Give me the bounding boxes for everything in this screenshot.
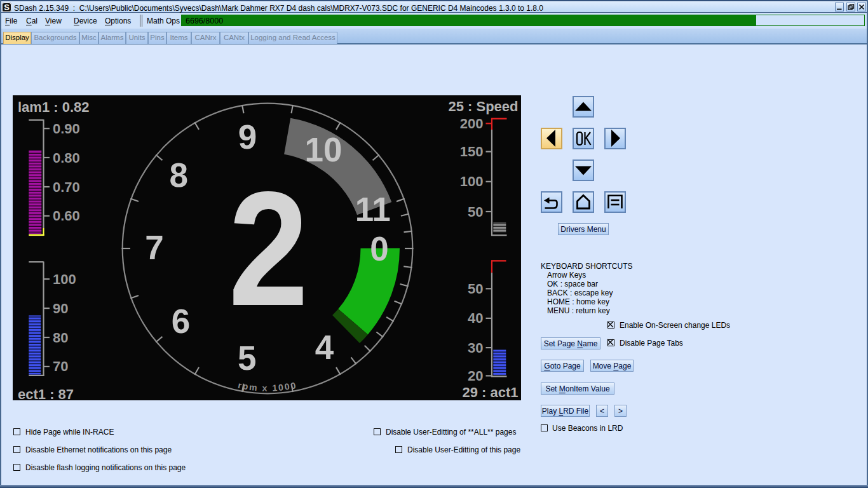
svg-text:11: 11	[355, 191, 391, 228]
svg-text:9: 9	[238, 118, 257, 156]
svg-text:20: 20	[468, 368, 483, 384]
svg-text:lam1 : 0.82: lam1 : 0.82	[18, 99, 90, 115]
svg-text:10: 10	[305, 131, 342, 168]
svg-text:30: 30	[468, 340, 483, 356]
svg-text:50: 50	[468, 281, 483, 297]
svg-text:0.70: 0.70	[53, 179, 80, 195]
svg-text:25 : Speed: 25 : Speed	[448, 98, 518, 114]
svg-text:0.60: 0.60	[53, 208, 80, 224]
svg-text:rpm x 1000: rpm x 1000	[237, 380, 298, 393]
svg-text:150: 150	[460, 144, 484, 159]
svg-text:200: 200	[460, 116, 484, 132]
svg-text:100: 100	[53, 271, 76, 287]
svg-text:50: 50	[468, 204, 483, 220]
svg-text:100: 100	[460, 173, 484, 189]
svg-text:ect1 : 87: ect1 : 87	[18, 386, 74, 400]
svg-text:40: 40	[468, 310, 483, 326]
svg-text:8: 8	[170, 156, 188, 194]
svg-text:90: 90	[53, 301, 68, 316]
svg-text:0.90: 0.90	[53, 121, 80, 137]
svg-text:2: 2	[229, 158, 309, 339]
svg-text:5: 5	[238, 339, 256, 377]
svg-text:29 : act1: 29 : act1	[462, 384, 518, 400]
svg-text:4: 4	[315, 329, 334, 366]
svg-text:0.80: 0.80	[53, 150, 80, 166]
svg-text:70: 70	[53, 358, 68, 374]
svg-text:7: 7	[145, 229, 163, 266]
svg-text:80: 80	[53, 330, 68, 346]
svg-text:6: 6	[172, 302, 190, 340]
svg-text:0: 0	[370, 230, 388, 268]
